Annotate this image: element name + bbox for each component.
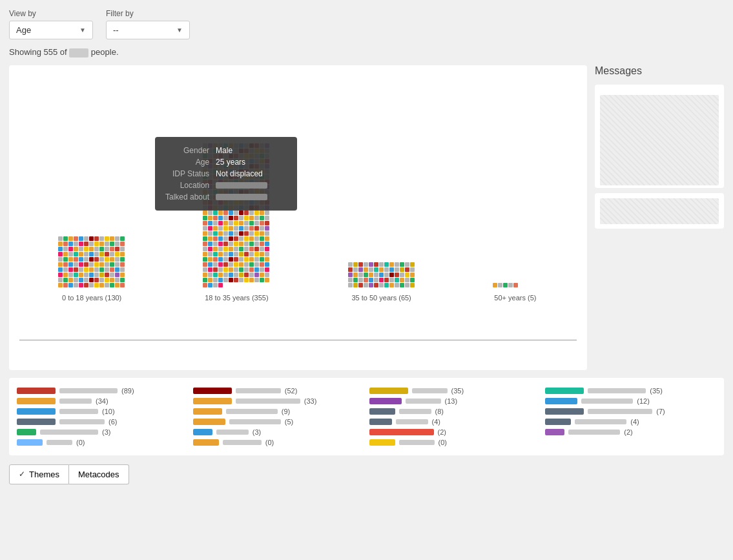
waffle-dot[interactable] <box>208 242 212 246</box>
waffle-dot[interactable] <box>369 267 373 272</box>
metacodes-button[interactable]: Metacodes <box>69 464 129 484</box>
waffle-dot[interactable] <box>265 267 269 272</box>
waffle-dot[interactable] <box>115 236 119 241</box>
waffle-dot[interactable] <box>105 262 109 267</box>
waffle-dot[interactable] <box>265 216 269 220</box>
waffle-dot[interactable] <box>260 242 264 246</box>
waffle-dot[interactable] <box>223 221 228 225</box>
waffle-dot[interactable] <box>58 236 63 241</box>
waffle-dot[interactable] <box>249 236 254 241</box>
waffle-dot[interactable] <box>249 262 254 267</box>
waffle-dot[interactable] <box>203 221 207 225</box>
waffle-dot[interactable] <box>244 252 249 256</box>
waffle-dot[interactable] <box>68 283 73 287</box>
waffle-dot[interactable] <box>249 247 254 251</box>
waffle-dot[interactable] <box>120 257 125 262</box>
waffle-dot[interactable] <box>249 231 254 236</box>
waffle-dot[interactable] <box>58 257 63 262</box>
waffle-dot[interactable] <box>63 242 68 246</box>
waffle-dot[interactable] <box>265 247 269 251</box>
waffle-dot[interactable] <box>213 247 218 251</box>
waffle-dot[interactable] <box>239 273 243 277</box>
waffle-dot[interactable] <box>234 247 238 251</box>
waffle-dot[interactable] <box>218 221 223 225</box>
waffle-dot[interactable] <box>58 273 63 277</box>
waffle-dot[interactable] <box>223 262 228 267</box>
waffle-dot[interactable] <box>94 236 99 241</box>
waffle-dot[interactable] <box>493 283 497 287</box>
waffle-dot[interactable] <box>218 252 223 256</box>
waffle-dot[interactable] <box>254 273 259 277</box>
waffle-dot[interactable] <box>249 278 254 282</box>
waffle-dot[interactable] <box>369 262 373 267</box>
waffle-dot[interactable] <box>265 257 269 262</box>
waffle-dot[interactable] <box>369 283 373 287</box>
waffle-dot[interactable] <box>208 247 212 251</box>
waffle-dot[interactable] <box>84 262 88 267</box>
waffle-dot[interactable] <box>223 216 228 220</box>
waffle-dot[interactable] <box>229 231 233 236</box>
waffle-dot[interactable] <box>115 247 119 251</box>
waffle-dot[interactable] <box>110 262 114 267</box>
waffle-dot[interactable] <box>79 236 83 241</box>
waffle-dot[interactable] <box>400 273 404 277</box>
waffle-dot[interactable] <box>218 262 223 267</box>
waffle-dot[interactable] <box>260 216 264 220</box>
waffle-dot[interactable] <box>208 221 212 225</box>
waffle-dot[interactable] <box>239 211 243 215</box>
waffle-dot[interactable] <box>115 278 119 282</box>
waffle-dot[interactable] <box>120 252 125 256</box>
waffle-dot[interactable] <box>110 278 114 282</box>
waffle-dot[interactable] <box>213 278 218 282</box>
waffle-dot[interactable] <box>213 252 218 256</box>
waffle-dot[interactable] <box>254 211 259 215</box>
waffle-dot[interactable] <box>79 267 83 272</box>
waffle-dot[interactable] <box>384 283 389 287</box>
waffle-dot[interactable] <box>218 278 223 282</box>
waffle-dot[interactable] <box>395 283 399 287</box>
waffle-dot[interactable] <box>105 273 109 277</box>
waffle-dot[interactable] <box>374 273 378 277</box>
message-card-2[interactable] <box>595 193 724 229</box>
waffle-dot[interactable] <box>208 283 212 287</box>
waffle-dot[interactable] <box>84 236 88 241</box>
waffle-dot[interactable] <box>395 262 399 267</box>
waffle-dot[interactable] <box>203 247 207 251</box>
waffle-dot[interactable] <box>89 247 94 251</box>
waffle-dot[interactable] <box>94 278 99 282</box>
waffle-dot[interactable] <box>63 262 68 267</box>
waffle-dot[interactable] <box>99 236 104 241</box>
waffle-dot[interactable] <box>94 252 99 256</box>
waffle-dot[interactable] <box>254 236 259 241</box>
waffle-dot[interactable] <box>405 273 409 277</box>
waffle-dot[interactable] <box>79 273 83 277</box>
waffle-dot[interactable] <box>120 247 125 251</box>
waffle-dot[interactable] <box>79 278 83 282</box>
waffle-dot[interactable] <box>223 236 228 241</box>
waffle-dot[interactable] <box>223 242 228 246</box>
waffle-dot[interactable] <box>89 257 94 262</box>
waffle-dot[interactable] <box>208 216 212 220</box>
waffle-dot[interactable] <box>229 267 233 272</box>
waffle-dot[interactable] <box>265 242 269 246</box>
waffle-dot[interactable] <box>395 273 399 277</box>
waffle-dot[interactable] <box>508 283 513 287</box>
waffle-dot[interactable] <box>410 273 415 277</box>
waffle-dot[interactable] <box>223 278 228 282</box>
waffle-dot[interactable] <box>249 267 254 272</box>
waffle-dot[interactable] <box>239 252 243 256</box>
message-card-1[interactable]: /* blurred message image placeholder */ <box>595 85 724 188</box>
waffle-dot[interactable] <box>105 278 109 282</box>
waffle-dot[interactable] <box>265 221 269 225</box>
waffle-dot[interactable] <box>84 257 88 262</box>
waffle-dot[interactable] <box>84 247 88 251</box>
waffle-dot[interactable] <box>218 226 223 231</box>
waffle-dot[interactable] <box>120 273 125 277</box>
waffle-dot[interactable] <box>105 252 109 256</box>
waffle-dot[interactable] <box>389 267 394 272</box>
waffle-dot[interactable] <box>244 211 249 215</box>
waffle-dot[interactable] <box>208 257 212 262</box>
waffle-dot[interactable] <box>353 283 358 287</box>
waffle-dot[interactable] <box>110 247 114 251</box>
waffle-dot[interactable] <box>74 278 78 282</box>
